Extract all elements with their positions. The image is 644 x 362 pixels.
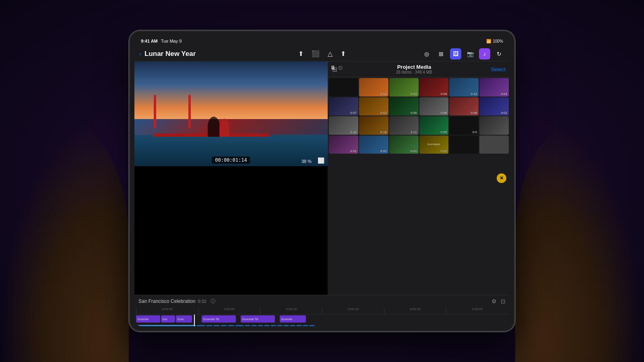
main-video-clip[interactable] <box>303 325 308 326</box>
camera-icon[interactable]: ⬛ <box>312 50 320 58</box>
media-thumb[interactable]: 0:02 <box>359 78 388 97</box>
main-video-clip[interactable]: Pu <box>196 325 205 326</box>
speed-icon[interactable]: ⚙ <box>491 298 497 304</box>
title-center-actions: ⬆ ⬛ △ ⬆ <box>298 50 346 58</box>
main-video-clip[interactable] <box>206 325 213 326</box>
thumb-duration: 2:11 <box>411 130 417 134</box>
title-clip[interactable]: Ess <box>161 315 175 323</box>
voiceover-icon[interactable]: △ <box>328 50 332 58</box>
timeline-section: San Francisco Celebration 0:32 ⓘ ⚙ ⊡ 0:0… <box>134 295 510 326</box>
media-thumb[interactable]: 0:04 <box>479 78 509 97</box>
media-thumb[interactable] <box>479 136 509 154</box>
timeline-title-area: San Francisco Celebration 0:32 ⓘ <box>138 298 215 305</box>
media-thumb[interactable]: 0:18 <box>359 116 388 135</box>
thumb-duration: 0:06 <box>411 111 417 115</box>
main-video-clip[interactable] <box>296 325 302 326</box>
media-thumb[interactable]: 0:06 <box>389 97 419 116</box>
main-video-clip[interactable] <box>258 325 263 326</box>
share2-icon[interactable]: ⬆ <box>341 50 346 58</box>
timeline-info-icon[interactable]: ⓘ <box>211 298 215 305</box>
main-video-clip[interactable] <box>213 325 220 326</box>
media-thumb[interactable]: 0:02 <box>359 136 388 154</box>
media-thumb[interactable]: 0:08 <box>449 97 479 116</box>
media-thumb[interactable] <box>449 136 479 154</box>
hand-left <box>0 121 129 362</box>
media-thumb[interactable]: 2:11 <box>389 116 419 135</box>
media-thumb[interactable]: 0:03 <box>389 78 419 97</box>
title-clip[interactable]: Esse <box>176 315 192 323</box>
thumb-duration: 0:02 <box>501 111 507 115</box>
media-thumb[interactable]: 0:09 <box>419 78 449 97</box>
thumb-duration: 0:10 <box>471 92 477 96</box>
thumb-duration: 0:09 <box>441 92 447 96</box>
title-clip[interactable]: Essential Titl <box>202 315 236 323</box>
ruler-mark: 0:00:10 <box>260 307 322 314</box>
main-video-clip[interactable] <box>228 325 234 326</box>
zoom-level: 38 % <box>301 159 312 164</box>
media-thumb[interactable]: 0:07 <box>329 97 358 116</box>
media-thumb[interactable]: 0:01 <box>329 136 358 154</box>
select-button[interactable]: Select <box>491 66 506 72</box>
grid-button[interactable]: ⊞ <box>436 48 447 60</box>
main-video-clip[interactable] <box>283 325 289 326</box>
media-thumb-playhead[interactable]: 0:01 <box>419 136 449 154</box>
media-thumb[interactable]: 0:05 <box>419 116 449 135</box>
main-video-clip[interactable] <box>245 325 250 326</box>
thumb-duration: 0:01 <box>441 149 447 153</box>
ruler-mark: 0:00:20 <box>384 307 446 314</box>
media-subtitle: 26 Items · 349.4 MB <box>337 70 491 74</box>
timeline-tracks: Essentia Ess Esse Essential Titl Essenti… <box>134 315 510 326</box>
back-icon: ‹ <box>139 50 141 57</box>
timeline-right-icons: ⚙ ⊡ <box>491 298 506 304</box>
bridge-tower-left <box>188 95 191 128</box>
main-video-clip[interactable] <box>309 325 315 326</box>
timeline-duration: 0:32 <box>198 299 206 304</box>
media-thumb[interactable]: 2:10 <box>329 116 358 135</box>
main-video-clip[interactable] <box>251 325 257 326</box>
pause-icon: ⏸ <box>330 64 336 71</box>
media-browser-wrapper: ⏸ ⊙ ⊞ Project Media 26 Items · 349.4 MB … <box>328 62 510 295</box>
close-media-button[interactable]: ✕ <box>497 173 506 183</box>
main-video-clip[interactable]: Golden Gate Bridge <box>136 325 196 326</box>
media-thumb[interactable]: 0:02 <box>359 97 388 116</box>
scroll-icon: ⊙ <box>338 64 343 71</box>
fullscreen-icon[interactable]: ⬜ <box>318 157 324 164</box>
back-button[interactable]: ‹ <box>139 50 141 57</box>
media-thumb[interactable]: 0:0 <box>449 116 479 135</box>
main-video-clip[interactable] <box>264 325 270 326</box>
media-title-area: Project Media 26 Items · 349.4 MB <box>337 64 491 74</box>
media-thumb[interactable]: 0:02 <box>479 97 509 116</box>
search-button[interactable]: ◎ <box>421 48 432 60</box>
extras-button[interactable]: ↻ <box>493 48 505 60</box>
main-video-clip[interactable] <box>290 325 295 326</box>
share-icon[interactable]: ⬆ <box>298 50 303 58</box>
main-video-clip[interactable] <box>277 325 283 326</box>
camera-roll-button[interactable]: 📷 <box>464 48 476 60</box>
media-thumb[interactable] <box>329 78 358 97</box>
status-date: Tue May 9 <box>161 39 182 43</box>
ruler-mark: 0:00:00 <box>136 307 198 314</box>
main-video-clip[interactable]: Pu <box>235 325 244 326</box>
title-right-actions: ◎ ⊞ 🖼 📷 ♪ ↻ <box>421 48 505 60</box>
title-clip[interactable]: Essential Titl <box>241 315 275 323</box>
ipad-frame: 9:41 AM Tue May 9 📶 100% ‹ Lunar New Yea… <box>129 30 515 332</box>
media-thumb[interactable] <box>479 116 509 135</box>
thumb-duration: 0:06 <box>441 111 447 115</box>
thumb-duration: 0:08 <box>471 111 477 115</box>
crop-icon[interactable]: ⊡ <box>501 298 506 304</box>
main-content: 00:00:01:14 38 % ⬜ ⏸ ⊙ <box>134 62 510 295</box>
title-clip[interactable]: Essentia <box>280 315 306 323</box>
media-thumb[interactable]: 0:06 <box>419 97 449 116</box>
main-video-clip[interactable] <box>270 325 276 326</box>
media-thumb[interactable]: 0:10 <box>449 78 479 97</box>
title-clip[interactable]: Essentia <box>136 315 160 323</box>
main-video-clip[interactable] <box>221 325 227 326</box>
media-thumb[interactable]: 0:01 <box>389 136 419 154</box>
photos-button[interactable]: 🖼 <box>450 48 461 60</box>
thumb-duration: 0:18 <box>380 130 387 134</box>
thumb-duration: 2:10 <box>350 130 357 134</box>
audio-button[interactable]: ♪ <box>479 48 490 60</box>
thumb-duration: 0:02 <box>380 111 387 115</box>
media-browser: ⏸ ⊙ ⊞ Project Media 26 Items · 349.4 MB … <box>328 62 510 154</box>
timeline-header: San Francisco Celebration 0:32 ⓘ ⚙ ⊡ <box>134 295 510 307</box>
